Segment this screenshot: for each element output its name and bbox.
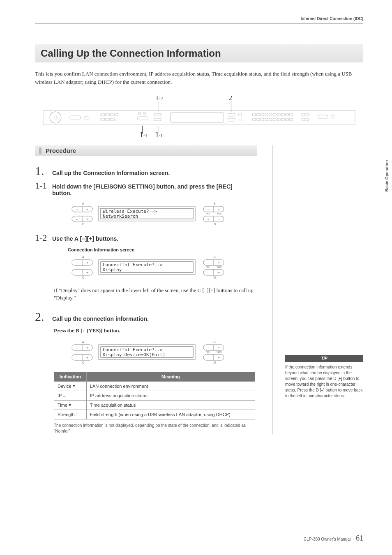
note-display: If "Display" does not appear in the lowe… — [54, 287, 262, 302]
panel-diagram: 1-2 2 1-1 1-1 — [35, 96, 363, 137]
step-1-2-number: 1-2 — [35, 233, 52, 242]
svg-text:–: – — [207, 270, 210, 274]
svg-text:Display:Device=OK(Port): Display:Device=OK(Port) — [103, 352, 165, 357]
step-2-number: 2. — [35, 311, 52, 323]
tip-body: If the connection information extends be… — [285, 362, 363, 399]
svg-text:+: + — [218, 345, 220, 350]
svg-text:+: + — [218, 260, 220, 265]
step-1-title: Call up the Connection Information scree… — [52, 170, 170, 176]
table-row: IP =IP address acquisition status — [54, 391, 255, 400]
table-header-indication: Indication — [54, 372, 87, 381]
svg-text:A: A — [82, 202, 84, 205]
callout-1-1b: 1-1 — [155, 131, 163, 137]
svg-text:NetworkSearch: NetworkSearch — [103, 214, 138, 219]
display-screen-1: A –+ C –+ Wireless Execute?--> NetworkSe… — [68, 201, 262, 226]
step-1-number: 1. — [35, 165, 52, 177]
svg-text:C: C — [82, 276, 84, 279]
page-footer: CLP-380 Owner's Manual 61 — [304, 534, 363, 543]
step-1-1-number: 1-1 — [35, 181, 52, 190]
table-row: Strength =Field strength (when using a U… — [54, 410, 255, 419]
svg-text:YES: YES — [217, 266, 221, 268]
svg-text:B: B — [214, 341, 216, 343]
svg-text:+: + — [218, 270, 220, 274]
footnote: The connection information is not displa… — [54, 423, 255, 434]
svg-text:C: C — [82, 361, 84, 364]
procedure-heading: Procedure — [35, 145, 257, 156]
header-section: Internet Direct Connection (IDC) — [35, 16, 363, 24]
svg-text:D: D — [214, 276, 216, 279]
svg-text:NO: NO — [206, 266, 210, 268]
svg-text:A: A — [82, 341, 84, 343]
svg-text:YES: YES — [217, 351, 221, 353]
callout-1-1a: 1-1 — [140, 131, 148, 137]
callout-1-2: 1-2 — [155, 96, 163, 102]
svg-text:+: + — [86, 355, 88, 359]
svg-text:–: – — [76, 270, 78, 274]
svg-text:+: + — [86, 207, 88, 211]
svg-text:D: D — [214, 223, 216, 226]
svg-text:–: – — [207, 217, 210, 221]
step-2-sub: Press the B [+ (YES)] button. — [54, 327, 262, 334]
svg-text:–: – — [207, 355, 210, 359]
table-row: Device =LAN connection environment — [54, 381, 255, 391]
callout-2: 2 — [228, 96, 232, 102]
svg-text:+: + — [218, 217, 220, 221]
svg-text:+: + — [86, 345, 88, 350]
svg-text:–: – — [76, 355, 78, 359]
tip-box: TIP If the connection information extend… — [285, 355, 363, 399]
svg-text:+: + — [218, 207, 220, 211]
svg-text:–: – — [76, 217, 78, 221]
intro-text: This lets you confirm LAN connection env… — [35, 70, 363, 86]
svg-text:–: – — [76, 207, 78, 211]
svg-text:+: + — [86, 217, 88, 221]
table-row: Time =Time acquisition status — [54, 400, 255, 410]
page-title: Calling Up the Connection Information — [35, 44, 363, 62]
screen-label: Connection Information screen — [68, 247, 262, 252]
display-screen-3: A –+ C –+ ConnectInf Execute?--> Display… — [68, 340, 262, 364]
svg-text:B: B — [214, 256, 216, 258]
indication-table: Indication Meaning Device =LAN connectio… — [54, 372, 255, 419]
svg-text:–: – — [76, 260, 78, 265]
svg-text:Display: Display — [103, 267, 122, 272]
svg-text:+: + — [86, 260, 88, 265]
side-tab-label: Basic Operation — [385, 160, 389, 192]
step-1-2-title: Use the A [–][+] buttons. — [52, 235, 118, 242]
svg-text:C: C — [82, 223, 84, 226]
svg-text:D: D — [214, 361, 216, 364]
svg-text:B: B — [214, 202, 216, 205]
svg-text:+: + — [218, 355, 220, 359]
svg-text:NO: NO — [206, 351, 210, 353]
svg-text:A: A — [82, 256, 84, 258]
manual-name: CLP-380 Owner's Manual — [304, 537, 350, 541]
step-2-title: Call up the connection information. — [52, 315, 149, 322]
page-number: 61 — [356, 534, 363, 542]
svg-text:NO: NO — [206, 212, 210, 215]
svg-text:–: – — [207, 260, 210, 265]
svg-text:+: + — [86, 270, 88, 274]
svg-text:–: – — [76, 345, 78, 350]
table-header-meaning: Meaning — [86, 372, 255, 381]
tip-header: TIP — [285, 355, 363, 362]
step-1-1-title: Hold down the [FILE/SONG SETTING] button… — [52, 183, 237, 196]
svg-text:YES: YES — [217, 212, 221, 215]
svg-text:–: – — [207, 345, 210, 350]
svg-text:–: – — [207, 207, 210, 211]
display-screen-2: A –+ C –+ ConnectInf Execute?--> Display… — [68, 255, 262, 279]
